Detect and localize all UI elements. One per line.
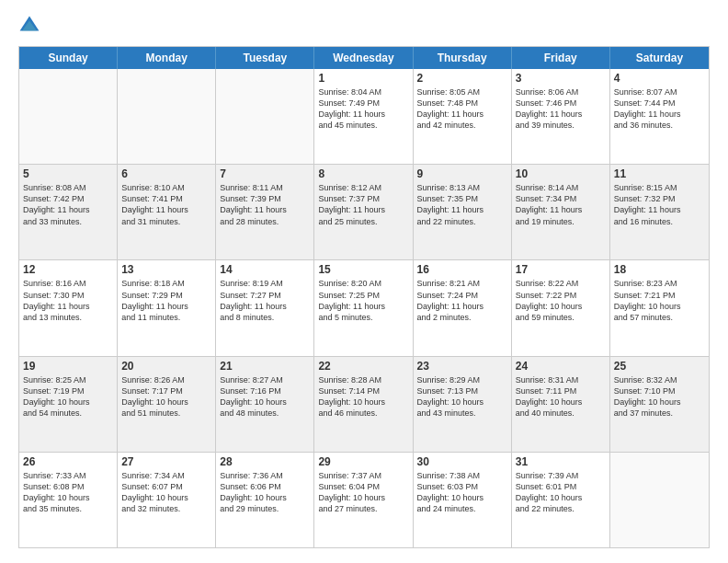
day-info: Sunrise: 8:27 AM Sunset: 7:16 PM Dayligh…	[220, 374, 310, 419]
day-number: 28	[220, 455, 310, 468]
day-cell-19: 19Sunrise: 8:25 AM Sunset: 7:19 PM Dayli…	[19, 357, 118, 452]
day-info: Sunrise: 8:25 AM Sunset: 7:19 PM Dayligh…	[23, 374, 113, 419]
day-cell-21: 21Sunrise: 8:27 AM Sunset: 7:16 PM Dayli…	[216, 357, 314, 452]
day-cell-26: 26Sunrise: 7:33 AM Sunset: 6:08 PM Dayli…	[19, 453, 118, 547]
day-cell-18: 18Sunrise: 8:23 AM Sunset: 7:21 PM Dayli…	[610, 260, 709, 355]
day-cell-3: 3Sunrise: 8:06 AM Sunset: 7:46 PM Daylig…	[512, 69, 610, 164]
day-number: 18	[614, 263, 705, 276]
day-number: 5	[23, 167, 113, 180]
calendar-row-1: 1Sunrise: 8:04 AM Sunset: 7:49 PM Daylig…	[19, 69, 709, 164]
day-cell-30: 30Sunrise: 7:38 AM Sunset: 6:03 PM Dayli…	[414, 453, 512, 547]
day-number: 17	[516, 263, 606, 276]
day-number: 16	[417, 263, 507, 276]
day-info: Sunrise: 8:20 AM Sunset: 7:25 PM Dayligh…	[318, 278, 408, 323]
day-info: Sunrise: 7:36 AM Sunset: 6:06 PM Dayligh…	[220, 470, 310, 515]
day-info: Sunrise: 8:10 AM Sunset: 7:41 PM Dayligh…	[121, 182, 211, 227]
day-info: Sunrise: 8:22 AM Sunset: 7:22 PM Dayligh…	[516, 278, 606, 323]
day-cell-16: 16Sunrise: 8:21 AM Sunset: 7:24 PM Dayli…	[414, 260, 512, 355]
day-number: 15	[318, 263, 408, 276]
day-cell-17: 17Sunrise: 8:22 AM Sunset: 7:22 PM Dayli…	[512, 260, 610, 355]
day-number: 19	[23, 360, 113, 373]
day-info: Sunrise: 8:12 AM Sunset: 7:37 PM Dayligh…	[318, 182, 408, 227]
day-cell-11: 11Sunrise: 8:15 AM Sunset: 7:32 PM Dayli…	[610, 165, 709, 259]
day-cell-9: 9Sunrise: 8:13 AM Sunset: 7:35 PM Daylig…	[414, 165, 512, 259]
day-info: Sunrise: 8:16 AM Sunset: 7:30 PM Dayligh…	[23, 278, 113, 323]
day-cell-10: 10Sunrise: 8:14 AM Sunset: 7:34 PM Dayli…	[512, 165, 610, 259]
calendar-header: SundayMondayTuesdayWednesdayThursdayFrid…	[19, 47, 709, 69]
day-cell-12: 12Sunrise: 8:16 AM Sunset: 7:30 PM Dayli…	[19, 260, 118, 355]
day-number: 11	[614, 167, 705, 180]
header-day-tuesday: Tuesday	[216, 47, 314, 69]
calendar-row-4: 19Sunrise: 8:25 AM Sunset: 7:19 PM Dayli…	[19, 356, 709, 452]
day-number: 27	[121, 455, 211, 468]
day-cell-14: 14Sunrise: 8:19 AM Sunset: 7:27 PM Dayli…	[216, 260, 314, 355]
day-info: Sunrise: 8:11 AM Sunset: 7:39 PM Dayligh…	[220, 182, 310, 227]
day-cell-27: 27Sunrise: 7:34 AM Sunset: 6:07 PM Dayli…	[118, 453, 216, 547]
day-number: 1	[318, 72, 408, 85]
day-info: Sunrise: 8:08 AM Sunset: 7:42 PM Dayligh…	[23, 182, 113, 227]
day-info: Sunrise: 7:39 AM Sunset: 6:01 PM Dayligh…	[516, 470, 606, 515]
day-info: Sunrise: 8:14 AM Sunset: 7:34 PM Dayligh…	[516, 182, 606, 227]
day-number: 8	[318, 167, 408, 180]
day-number: 12	[23, 263, 113, 276]
day-cell-13: 13Sunrise: 8:18 AM Sunset: 7:29 PM Dayli…	[118, 260, 216, 355]
calendar-row-3: 12Sunrise: 8:16 AM Sunset: 7:30 PM Dayli…	[19, 259, 709, 355]
day-number: 29	[318, 455, 408, 468]
day-info: Sunrise: 8:06 AM Sunset: 7:46 PM Dayligh…	[516, 86, 606, 132]
day-cell-29: 29Sunrise: 7:37 AM Sunset: 6:04 PM Dayli…	[314, 453, 413, 547]
day-cell-28: 28Sunrise: 7:36 AM Sunset: 6:06 PM Dayli…	[216, 453, 314, 547]
day-cell-6: 6Sunrise: 8:10 AM Sunset: 7:41 PM Daylig…	[118, 165, 216, 259]
calendar: SundayMondayTuesdayWednesdayThursdayFrid…	[18, 46, 710, 548]
day-cell-8: 8Sunrise: 8:12 AM Sunset: 7:37 PM Daylig…	[314, 165, 413, 259]
day-info: Sunrise: 7:38 AM Sunset: 6:03 PM Dayligh…	[417, 470, 507, 515]
day-cell-7: 7Sunrise: 8:11 AM Sunset: 7:39 PM Daylig…	[216, 165, 314, 259]
header-day-wednesday: Wednesday	[314, 47, 413, 69]
logo-icon	[18, 15, 40, 37]
empty-cell	[19, 69, 118, 164]
day-number: 6	[121, 167, 211, 180]
day-number: 22	[318, 360, 408, 373]
day-info: Sunrise: 7:34 AM Sunset: 6:07 PM Dayligh…	[121, 470, 211, 515]
day-info: Sunrise: 8:19 AM Sunset: 7:27 PM Dayligh…	[220, 278, 310, 323]
day-cell-23: 23Sunrise: 8:29 AM Sunset: 7:13 PM Dayli…	[414, 357, 512, 452]
day-info: Sunrise: 8:32 AM Sunset: 7:10 PM Dayligh…	[614, 374, 705, 419]
day-cell-22: 22Sunrise: 8:28 AM Sunset: 7:14 PM Dayli…	[314, 357, 413, 452]
day-number: 20	[121, 360, 211, 373]
day-info: Sunrise: 7:37 AM Sunset: 6:04 PM Dayligh…	[318, 470, 408, 515]
header-day-saturday: Saturday	[610, 47, 709, 69]
day-cell-4: 4Sunrise: 8:07 AM Sunset: 7:44 PM Daylig…	[610, 69, 709, 164]
header	[18, 15, 710, 37]
day-number: 10	[516, 167, 606, 180]
day-info: Sunrise: 8:13 AM Sunset: 7:35 PM Dayligh…	[417, 182, 507, 227]
day-info: Sunrise: 8:23 AM Sunset: 7:21 PM Dayligh…	[614, 278, 705, 323]
header-day-friday: Friday	[512, 47, 610, 69]
day-cell-25: 25Sunrise: 8:32 AM Sunset: 7:10 PM Dayli…	[610, 357, 709, 452]
calendar-row-5: 26Sunrise: 7:33 AM Sunset: 6:08 PM Dayli…	[19, 452, 709, 547]
empty-cell	[610, 453, 709, 547]
day-number: 26	[23, 455, 113, 468]
day-cell-2: 2Sunrise: 8:05 AM Sunset: 7:48 PM Daylig…	[414, 69, 512, 164]
day-number: 14	[220, 263, 310, 276]
day-number: 23	[417, 360, 507, 373]
day-cell-31: 31Sunrise: 7:39 AM Sunset: 6:01 PM Dayli…	[512, 453, 610, 547]
day-info: Sunrise: 7:33 AM Sunset: 6:08 PM Dayligh…	[23, 470, 113, 515]
day-cell-1: 1Sunrise: 8:04 AM Sunset: 7:49 PM Daylig…	[314, 69, 413, 164]
day-cell-15: 15Sunrise: 8:20 AM Sunset: 7:25 PM Dayli…	[314, 260, 413, 355]
day-number: 4	[614, 72, 705, 85]
day-info: Sunrise: 8:07 AM Sunset: 7:44 PM Dayligh…	[614, 86, 705, 132]
day-cell-20: 20Sunrise: 8:26 AM Sunset: 7:17 PM Dayli…	[118, 357, 216, 452]
day-number: 2	[417, 72, 507, 85]
day-number: 25	[614, 360, 705, 373]
day-info: Sunrise: 8:05 AM Sunset: 7:48 PM Dayligh…	[417, 86, 507, 132]
day-info: Sunrise: 8:28 AM Sunset: 7:14 PM Dayligh…	[318, 374, 408, 419]
day-info: Sunrise: 8:29 AM Sunset: 7:13 PM Dayligh…	[417, 374, 507, 419]
day-info: Sunrise: 8:31 AM Sunset: 7:11 PM Dayligh…	[516, 374, 606, 419]
empty-cell	[216, 69, 314, 164]
page: SundayMondayTuesdayWednesdayThursdayFrid…	[0, 0, 728, 563]
header-day-monday: Monday	[118, 47, 216, 69]
day-info: Sunrise: 8:18 AM Sunset: 7:29 PM Dayligh…	[121, 278, 211, 323]
day-number: 24	[516, 360, 606, 373]
empty-cell	[118, 69, 216, 164]
day-info: Sunrise: 8:15 AM Sunset: 7:32 PM Dayligh…	[614, 182, 705, 227]
day-number: 21	[220, 360, 310, 373]
